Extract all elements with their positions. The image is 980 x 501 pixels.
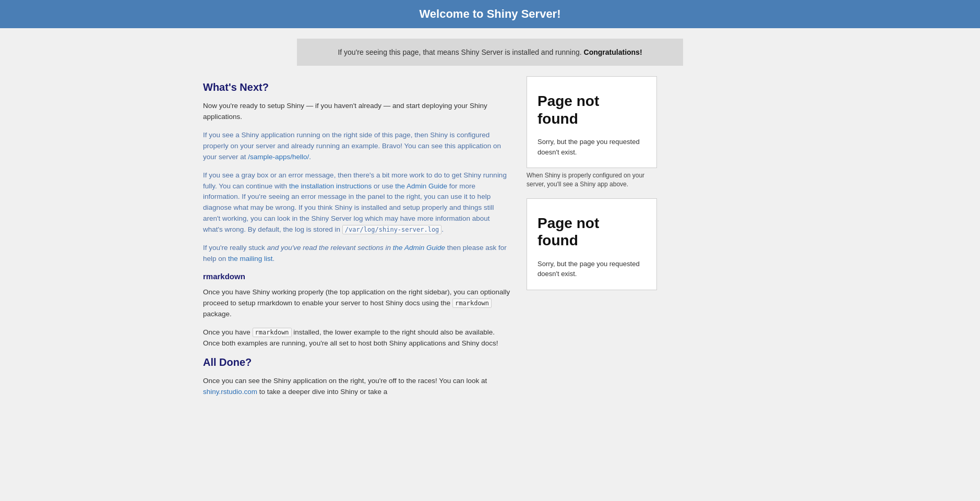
admin-guide-link1[interactable]: the Admin Guide	[395, 182, 447, 190]
all-done-heading: All Done?	[203, 356, 511, 368]
para3: If you're really stuck and you've read t…	[203, 243, 511, 265]
intro-paragraph: Now you're ready to setup Shiny — if you…	[203, 101, 511, 123]
right-column: Page not found Sorry, but the page you r…	[527, 76, 657, 404]
para2-or: or use	[372, 182, 395, 190]
main-layout: What's Next? Now you're ready to setup S…	[193, 76, 787, 425]
sample-apps-link[interactable]: /sample-apps/hello/	[248, 153, 309, 161]
pnf-heading-1: Page not found	[537, 92, 646, 127]
log-path-code: /var/log/shiny-server.log	[342, 225, 442, 234]
rmarkdown-heading: rmarkdown	[203, 272, 511, 281]
para3-start: If you're really stuck	[203, 244, 267, 252]
para1-end: .	[309, 153, 311, 161]
rmarkdown-para2: Once you have rmarkdown installed, the l…	[203, 327, 511, 349]
rmarkdown-code2: rmarkdown	[253, 328, 292, 337]
para1: If you see a Shiny application running o…	[203, 130, 511, 163]
page-not-found-box-1: Page not found Sorry, but the page you r…	[527, 76, 657, 168]
rmarkdown-code1: rmarkdown	[452, 299, 492, 308]
admin-guide-link2[interactable]: the Admin Guide	[393, 244, 445, 252]
para3-italic: and you've read the relevant sections in…	[267, 244, 445, 252]
whats-next-heading: What's Next?	[203, 81, 511, 93]
shiny-rstudio-link[interactable]: shiny.rstudio.com	[203, 388, 257, 396]
page-header: Welcome to Shiny Server!	[0, 0, 980, 28]
pnf-heading-2: Page not found	[537, 214, 646, 249]
installation-instructions-link[interactable]: the installation instructions	[289, 182, 372, 190]
all-done-para: Once you can see the Shiny application o…	[203, 376, 511, 398]
banner: If you're seeing this page, that means S…	[297, 39, 683, 66]
banner-text: If you're seeing this page, that means S…	[338, 48, 583, 56]
page-title: Welcome to Shiny Server!	[0, 7, 980, 21]
right-caption-1: When Shiny is properly configured on you…	[527, 171, 657, 189]
pnf-body-1: Sorry, but the page you requested doesn'…	[537, 137, 646, 157]
banner-bold: Congratulations!	[584, 48, 642, 56]
left-column: What's Next? Now you're ready to setup S…	[203, 76, 511, 404]
para2: If you see a gray box or an error messag…	[203, 170, 511, 236]
mailing-list-link[interactable]: the mailing list	[228, 255, 273, 263]
page-not-found-box-2: Page not found Sorry, but the page you r…	[527, 198, 657, 290]
rmarkdown-para1: Once you have Shiny working properly (th…	[203, 287, 511, 320]
para3-end: .	[273, 255, 275, 263]
pnf-body-2: Sorry, but the page you requested doesn'…	[537, 259, 646, 279]
para2-end: .	[441, 225, 444, 233]
